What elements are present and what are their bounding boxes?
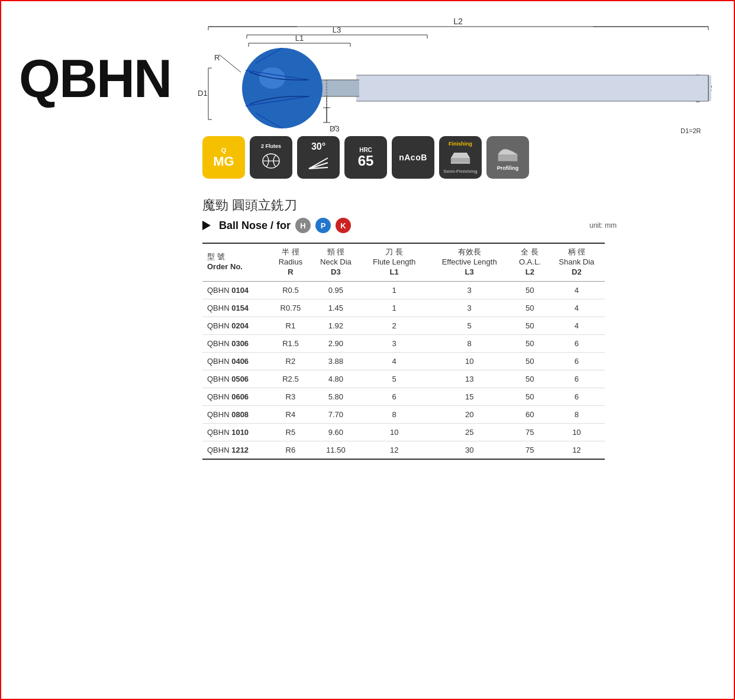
subtitle-english-text: Ball Nose / for [219, 220, 291, 232]
cell-radius: R0.75 [270, 299, 311, 317]
cell-radius: R6 [270, 441, 311, 459]
cell-radius: R1.5 [270, 334, 311, 352]
cell-flute-length: 1 [361, 299, 427, 317]
cell-eff-length: 3 [427, 281, 511, 299]
cell-eff-length: 10 [427, 352, 511, 370]
svg-rect-53 [498, 154, 518, 161]
cell-flute-length: 1 [361, 281, 427, 299]
badge-30deg-label: 30° [311, 141, 325, 152]
cell-neck-dia: 11.50 [311, 441, 361, 459]
cell-eff-length: 25 [427, 423, 511, 441]
cell-order-no: QBHN 0204 [202, 317, 270, 334]
badge-2flutes-label: 2 Flutes [261, 143, 281, 150]
cell-radius: R4 [270, 405, 311, 423]
order-prefix: QBHN [207, 375, 231, 383]
circle-h: H [295, 218, 311, 233]
cell-oal: 50 [511, 317, 549, 334]
badge-mg: Q MG [202, 136, 245, 179]
th-order-no: 型 號 Order No. [202, 243, 270, 281]
cell-order-no: QBHN 0406 [202, 352, 270, 370]
cell-neck-dia: 5.80 [311, 388, 361, 405]
cell-shank-dia: 12 [549, 441, 605, 459]
svg-text:L1: L1 [295, 34, 304, 43]
svg-text:D1=2R: D1=2R [681, 127, 701, 134]
subtitle-english: Ball Nose / for H P K unit: mm [202, 218, 617, 233]
svg-rect-50 [451, 158, 470, 163]
cell-eff-length: 30 [427, 441, 511, 459]
th-eff-length-l3: L3 [465, 267, 474, 276]
order-num: 0808 [231, 410, 249, 419]
order-prefix: QBHN [207, 428, 231, 437]
cell-flute-length: 10 [361, 423, 427, 441]
badge-finishing-label1: Finishing [449, 141, 472, 147]
th-oal-l2: L2 [526, 267, 534, 276]
th-radius: 半 徑 Radius R [270, 243, 311, 281]
cell-flute-length: 4 [361, 352, 427, 370]
cell-radius: R1 [270, 317, 311, 334]
cell-radius: R2.5 [270, 370, 311, 388]
arrow-icon [202, 221, 211, 230]
cell-radius: R2 [270, 352, 311, 370]
table-header-row: 型 號 Order No. 半 徑 Radius R 頸 徑 Neck Dia … [202, 243, 605, 281]
badge-30deg: 30° [297, 136, 340, 179]
product-title: QBHN [19, 49, 171, 109]
order-prefix: QBHN [207, 392, 231, 401]
table-row: QBHN 0154 R0.75 1.45 1 3 50 4 [202, 299, 605, 317]
order-num: 0154 [231, 304, 249, 312]
cell-oal: 50 [511, 370, 549, 388]
svg-text:D1: D1 [198, 89, 208, 98]
order-prefix: QBHN [207, 410, 231, 419]
badges-row: Q MG 2 Flutes 30° HRC 65 nAcoB Finishing [202, 136, 529, 179]
cell-shank-dia: 4 [549, 317, 605, 334]
table-row: QBHN 0306 R1.5 2.90 3 8 50 6 [202, 334, 605, 352]
cell-flute-length: 6 [361, 388, 427, 405]
table-row: QBHN 0808 R4 7.70 8 20 60 8 [202, 405, 605, 423]
table-row: QBHN 0506 R2.5 4.80 5 13 50 6 [202, 370, 605, 388]
cell-oal: 50 [511, 388, 549, 405]
th-neck-dia-chinese: 頸 徑 [327, 247, 345, 256]
order-prefix: QBHN [207, 339, 231, 348]
cell-radius: R5 [270, 423, 311, 441]
cell-flute-length: 3 [361, 334, 427, 352]
badge-profiling-icon [497, 144, 518, 165]
cell-shank-dia: 8 [549, 405, 605, 423]
cell-eff-length: 8 [427, 334, 511, 352]
cell-shank-dia: 6 [549, 370, 605, 388]
cell-shank-dia: 4 [549, 299, 605, 317]
svg-marker-51 [451, 153, 470, 158]
cell-order-no: QBHN 0306 [202, 334, 270, 352]
cell-neck-dia: 1.92 [311, 317, 361, 334]
th-order-no-english: Order No. [207, 262, 243, 271]
cell-eff-length: 20 [427, 405, 511, 423]
cell-oal: 50 [511, 299, 549, 317]
cell-oal: 50 [511, 352, 549, 370]
table-section: 魔勁 圓頭立銑刀 Ball Nose / for H P K unit: mm … [202, 196, 617, 460]
th-flute-length: 刀 長 Flute Length L1 [361, 243, 427, 281]
cell-shank-dia: 4 [549, 281, 605, 299]
badge-hrc: HRC 65 [344, 136, 387, 179]
th-eff-length-chinese: 有效長 [458, 247, 481, 256]
th-eff-length: 有效長 Effective Length L3 [427, 243, 511, 281]
order-num: 1212 [231, 446, 249, 454]
cell-eff-length: 13 [427, 370, 511, 388]
cell-order-no: QBHN 0606 [202, 388, 270, 405]
technical-diagram: L2 L3 L1 R D1 D2 D1=2R [179, 13, 723, 143]
th-radius-r: R [288, 267, 293, 276]
th-shank-dia-chinese: 柄 徑 [568, 247, 586, 256]
badge-profiling-label: Profiling [497, 165, 519, 172]
order-num: 0506 [231, 375, 249, 383]
cell-oal: 75 [511, 423, 549, 441]
circle-p: P [315, 218, 331, 233]
cell-shank-dia: 6 [549, 334, 605, 352]
cell-shank-dia: 10 [549, 423, 605, 441]
badge-nacob: nAcoB [392, 136, 434, 179]
cell-order-no: QBHN 1212 [202, 441, 270, 459]
order-prefix: QBHN [207, 357, 231, 366]
cell-neck-dia: 3.88 [311, 352, 361, 370]
svg-text:L3: L3 [333, 25, 341, 34]
badge-2flutes-icon [260, 150, 282, 172]
cell-flute-length: 2 [361, 317, 427, 334]
cell-eff-length: 3 [427, 299, 511, 317]
circle-k: K [336, 218, 351, 233]
order-num: 0204 [231, 321, 249, 330]
